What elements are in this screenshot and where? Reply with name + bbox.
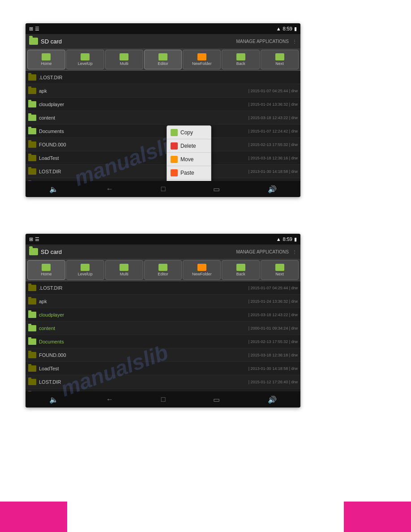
home-nav-icon[interactable]: □	[161, 185, 166, 193]
toolbar-btn-editor-2[interactable]: Editor	[144, 260, 182, 280]
toolbar-btn-multi-2[interactable]: Multi	[105, 260, 143, 280]
volume-down-icon-2[interactable]: 🔈	[49, 395, 58, 404]
folder-icon	[28, 285, 36, 291]
list-item[interactable]: apk | 2015-01-07 04:25:44 | drw	[26, 84, 300, 98]
toolbar-btn-levelup-1[interactable]: LevelUp	[66, 50, 104, 69]
toolbar-btn-home-1[interactable]: Home	[27, 50, 65, 69]
title-bar-right-2: MANAGE APPLICATIONS ⋮	[236, 249, 297, 254]
home-nav-icon-2[interactable]: □	[161, 395, 166, 403]
file-name: apk	[39, 299, 248, 304]
toolbar-btn-newfolder-1[interactable]: NewFolder	[183, 50, 221, 69]
toolbar-btn-levelup-2[interactable]: LevelUp	[66, 260, 104, 280]
toolbar-btn-home-2[interactable]: Home	[27, 260, 65, 280]
bottom-bar-left	[0, 502, 67, 532]
status-bar-1: ⊞ ☰ ▲ 8:59 ▮	[26, 23, 300, 34]
list-item[interactable]: content | 2000-01-01 09:34:24 | drw	[26, 322, 300, 335]
ctx-rename[interactable]: Rename	[167, 180, 211, 181]
back-nav-icon[interactable]: ←	[106, 185, 113, 193]
list-item[interactable]: .LOST.DIR | 2015-01-07 04:25:44 | drw	[26, 281, 300, 295]
manage-apps-label-1[interactable]: MANAGE APPLICATIONS	[236, 39, 289, 44]
file-meta: | 2015-03-18 12:36:18 | drw	[248, 353, 298, 357]
toolbar-btn-next-2[interactable]: Next	[261, 260, 299, 280]
list-item[interactable]: Screenshots | 2000-01-09 09:21:28 | drw	[26, 389, 300, 391]
editor-icon-2	[158, 264, 167, 271]
file-name: LoadTest	[39, 366, 248, 371]
delete-label: Delete	[180, 143, 196, 149]
toolbar-btn-newfolder-2[interactable]: NewFolder	[183, 260, 221, 280]
toolbar-btn-editor-1[interactable]: Editor	[144, 50, 182, 69]
back-icon-2	[236, 264, 245, 271]
list-item[interactable]: cloudplayer | 2015-01-24 13:36:32 | drw	[26, 98, 300, 111]
file-name: content	[39, 115, 248, 120]
volume-up-icon[interactable]: 🔊	[268, 185, 277, 193]
toolbar-btn-back-1[interactable]: Back	[222, 50, 260, 69]
back-label-2: Back	[236, 272, 245, 276]
usb-icon: ⊞	[29, 26, 33, 32]
wifi-icon-2: ▲	[276, 236, 281, 242]
list-item[interactable]: Screenshots | 2015-01-12 17:26:40 | drw	[26, 178, 300, 181]
ctx-delete[interactable]: Delete	[167, 139, 211, 153]
folder-icon	[28, 298, 36, 305]
file-meta: | 2013-01-30 14:18:58 | drw	[248, 169, 298, 174]
newfolder-label-2: NewFolder	[192, 272, 212, 276]
list-item[interactable]: cloudplayer | 2015-03-18 12:43:22 | drw	[26, 308, 300, 322]
status-icon: ☰	[35, 26, 39, 32]
manage-apps-label-2[interactable]: MANAGE APPLICATIONS	[236, 249, 289, 254]
list-item[interactable]: .LOST.DIR	[26, 71, 300, 84]
status-bar-right-1: ▲ 8:59 ▮	[276, 26, 297, 32]
ctx-paste[interactable]: Paste	[167, 166, 211, 180]
ctx-copy[interactable]: Copy	[167, 126, 211, 139]
toolbar-btn-multi-1[interactable]: Multi	[105, 50, 143, 69]
list-item[interactable]: content | 2015-03-18 12:43:22 | drw	[26, 111, 300, 124]
toolbar-btn-back-2[interactable]: Back	[222, 260, 260, 280]
levelup-icon-1	[81, 53, 90, 60]
list-item[interactable]: LOST.DIR | 2015-01-12 17:26:40 | drw	[26, 375, 300, 389]
folder-icon	[28, 88, 36, 94]
levelup-label-2: LevelUp	[78, 272, 93, 276]
file-meta: | 2013-01-30 14:18:58 | drw	[248, 366, 298, 371]
back-label-1: Back	[236, 61, 245, 66]
list-item[interactable]: Documents | 2015-01-07 12:24:42 | drw	[26, 124, 300, 138]
levelup-label-1: LevelUp	[78, 61, 93, 66]
status-bar-2: ⊞ ☰ ▲ 8:59 ▮	[26, 234, 300, 245]
ctx-move[interactable]: Move	[167, 153, 211, 166]
nav-bar-2: 🔈 ← □ ▭ 🔊	[26, 391, 300, 408]
volume-down-icon[interactable]: 🔈	[49, 185, 58, 193]
list-item[interactable]: apk | 2015-01-24 13:36:32 | drw	[26, 295, 300, 308]
folder-icon	[28, 128, 36, 134]
editor-icon-1	[158, 53, 167, 60]
title-bar-right-1: MANAGE APPLICATIONS ⋮	[236, 39, 297, 44]
volume-up-icon-2[interactable]: 🔊	[268, 395, 277, 404]
recents-nav-icon-2[interactable]: ▭	[213, 395, 220, 404]
file-meta: | 2015-01-24 13:36:32 | drw	[248, 299, 298, 304]
back-nav-icon-2[interactable]: ←	[106, 395, 113, 403]
list-item[interactable]: LoadTest | 2013-01-30 14:18:58 | drw	[26, 362, 300, 375]
usb-icon-2: ⊞	[29, 236, 33, 242]
file-name: FOUND.000	[39, 142, 248, 147]
file-meta: | 2015-01-07 12:24:42 | drw	[248, 129, 298, 133]
toolbar-btn-next-1[interactable]: Next	[261, 50, 299, 69]
recents-nav-icon[interactable]: ▭	[213, 185, 220, 193]
wifi-icon: ▲	[276, 26, 281, 31]
list-item[interactable]: Documents | 2015-02-13 17:55:32 | drw	[26, 335, 300, 348]
file-meta: | 2015-01-07 04:25:44 | drw	[248, 286, 298, 290]
file-name: LOST.DIR	[39, 169, 248, 174]
list-item[interactable]: LoadTest | 2015-03-18 12:36:16 | drw	[26, 151, 300, 165]
menu-icon-1[interactable]: ⋮	[292, 39, 297, 44]
title-text-1: SD card	[41, 38, 62, 45]
file-name: cloudplayer	[39, 312, 248, 317]
paste-icon	[171, 169, 178, 176]
newfolder-icon-1	[197, 53, 206, 60]
list-item[interactable]: FOUND.000 | 2015-03-18 12:36:18 | drw	[26, 348, 300, 362]
menu-icon-2[interactable]: ⋮	[292, 249, 297, 254]
editor-label-1: Editor	[158, 61, 168, 66]
file-meta: | 2000-01-01 09:34:24 | drw	[248, 326, 298, 330]
time-display-1: 8:59	[283, 26, 292, 31]
copy-icon	[171, 129, 178, 136]
move-icon	[171, 156, 178, 163]
file-meta: | 2015-03-18 12:36:16 | drw	[248, 156, 298, 160]
list-item[interactable]: FOUND.000 | 2015-02-13 17:55:32 | drw	[26, 138, 300, 151]
next-label-1: Next	[275, 61, 284, 66]
multi-icon-1	[120, 53, 128, 60]
list-item[interactable]: LOST.DIR | 2013-01-30 14:18:58 | drw	[26, 165, 300, 178]
